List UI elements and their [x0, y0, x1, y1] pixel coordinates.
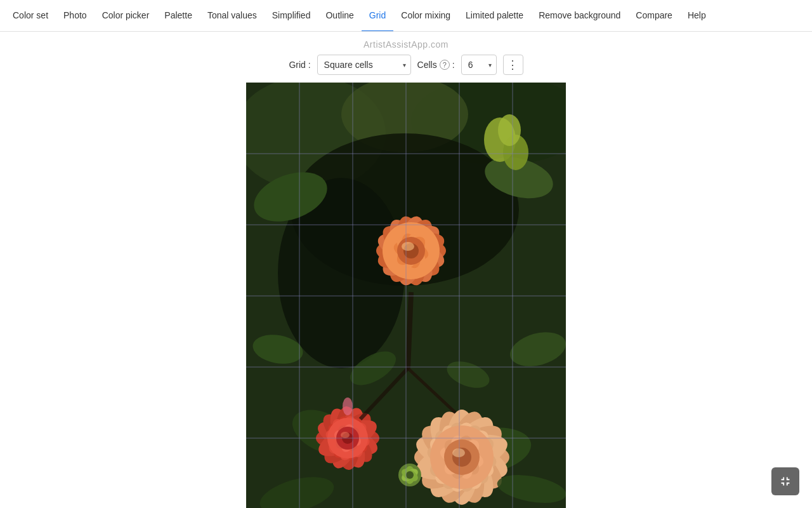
- cells-label-group: Cells ? :: [417, 60, 455, 70]
- main-content: ArtistAssistApp.com Grid : Square cells …: [0, 32, 812, 508]
- svg-point-45: [402, 242, 414, 251]
- svg-point-97: [452, 448, 465, 457]
- nav-item-photo[interactable]: Photo: [56, 0, 95, 32]
- more-options-button[interactable]: ⋮: [503, 55, 523, 75]
- cells-colon: :: [452, 60, 455, 70]
- nav-item-help[interactable]: Help: [680, 0, 714, 32]
- cells-label-text: Cells: [417, 60, 437, 70]
- nav-item-compare[interactable]: Compare: [628, 0, 680, 32]
- svg-point-68: [341, 432, 350, 438]
- fullscreen-exit-icon: [778, 474, 792, 488]
- watermark-text: ArtistAssistApp.com: [363, 39, 449, 50]
- cells-count-select-wrapper: 4 5 6 7 8 10 12 ▾: [461, 55, 497, 75]
- nav-item-color-mixing[interactable]: Color mixing: [393, 0, 458, 32]
- controls-bar: Grid : Square cells Rectangular cells ▾ …: [289, 55, 523, 75]
- nav-item-color-set[interactable]: Color set: [5, 0, 56, 32]
- svg-line-108: [408, 292, 411, 368]
- nav-item-color-picker[interactable]: Color picker: [95, 0, 157, 32]
- nav-item-tonal-values[interactable]: Tonal values: [200, 0, 265, 32]
- svg-point-14: [498, 114, 521, 146]
- nav-item-outline[interactable]: Outline: [318, 0, 361, 32]
- nav-item-simplified[interactable]: Simplified: [265, 0, 318, 32]
- nav-item-remove-background[interactable]: Remove background: [531, 0, 628, 32]
- svg-point-103: [406, 471, 414, 479]
- image-container: [246, 83, 566, 508]
- nav-item-palette[interactable]: Palette: [157, 0, 200, 32]
- cell-type-select[interactable]: Square cells Rectangular cells: [317, 55, 411, 75]
- navbar: Color set Photo Color picker Palette Ton…: [0, 0, 812, 32]
- cell-type-select-wrapper: Square cells Rectangular cells ▾: [317, 55, 411, 75]
- flower-image: [246, 83, 566, 508]
- grid-label: Grid :: [289, 60, 310, 70]
- cells-help-icon[interactable]: ?: [440, 60, 450, 70]
- svg-point-69: [343, 398, 353, 415]
- nav-item-grid[interactable]: Grid: [362, 0, 393, 32]
- cells-count-select[interactable]: 4 5 6 7 8 10 12: [461, 55, 497, 75]
- fullscreen-exit-button[interactable]: [771, 467, 799, 495]
- nav-item-limited-palette[interactable]: Limited palette: [458, 0, 531, 32]
